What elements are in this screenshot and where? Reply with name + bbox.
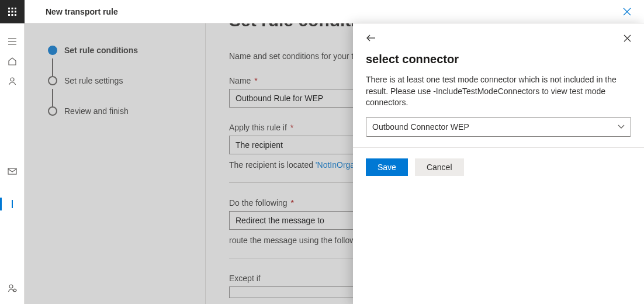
- select-connector-flyout: select connector There is at least one t…: [353, 23, 644, 304]
- svg-rect-14: [12, 200, 13, 208]
- svg-point-16: [13, 289, 16, 291]
- mail-icon: [8, 168, 17, 175]
- home-icon: [8, 57, 17, 66]
- step-settings[interactable]: Set rule settings: [48, 76, 193, 85]
- wizard-steps: Set rule conditions Set rule settings Re…: [25, 23, 206, 304]
- connector-select-value: Outbound Connector WEP: [372, 122, 469, 132]
- connector-select[interactable]: Outbound Connector WEP: [366, 117, 631, 137]
- svg-rect-3: [8, 11, 10, 13]
- svg-rect-8: [15, 14, 16, 16]
- svg-point-12: [11, 78, 14, 81]
- flyout-title: select connector: [366, 53, 631, 66]
- svg-rect-7: [11, 14, 13, 16]
- svg-rect-5: [15, 11, 16, 13]
- nav-mail[interactable]: [0, 161, 25, 181]
- back-arrow-icon: [366, 34, 376, 42]
- cancel-button[interactable]: Cancel: [415, 158, 464, 176]
- chevron-down-icon: [618, 125, 625, 129]
- step-label: Review and finish: [64, 106, 129, 116]
- save-button[interactable]: Save: [366, 158, 408, 176]
- svg-rect-4: [11, 11, 13, 13]
- nav-person[interactable]: [0, 71, 25, 91]
- svg-point-15: [9, 285, 13, 288]
- close-icon: [624, 34, 631, 42]
- menu-icon: [8, 37, 17, 46]
- panel-title: New transport rule: [46, 7, 118, 16]
- step-conditions[interactable]: Set rule conditions: [48, 46, 193, 55]
- svg-rect-0: [8, 8, 10, 9]
- flyout-back-button[interactable]: [363, 32, 379, 44]
- rules-icon: [11, 199, 13, 209]
- step-circle-icon: [48, 106, 57, 116]
- left-rail: [0, 0, 25, 304]
- svg-rect-1: [11, 8, 13, 9]
- step-label: Set rule settings: [64, 76, 123, 85]
- step-review[interactable]: Review and finish: [48, 106, 193, 116]
- nav-menu[interactable]: [0, 32, 25, 51]
- step-label: Set rule conditions: [64, 46, 138, 55]
- step-circle-icon: [48, 76, 57, 85]
- nav-home[interactable]: [0, 51, 25, 71]
- panel-header: New transport rule: [25, 0, 644, 23]
- panel-close-button[interactable]: [621, 5, 633, 18]
- person-icon: [8, 77, 17, 86]
- step-circle-icon: [48, 46, 57, 55]
- nav-admin[interactable]: [0, 278, 25, 298]
- flyout-description: There is at least one test mode connecto…: [366, 74, 631, 109]
- flyout-close-button[interactable]: [621, 32, 633, 44]
- svg-rect-13: [8, 168, 16, 174]
- admin-icon: [8, 284, 17, 293]
- waffle-icon: [8, 7, 17, 16]
- close-icon: [623, 8, 631, 16]
- svg-rect-2: [15, 8, 16, 9]
- nav-rules[interactable]: [0, 194, 25, 214]
- waffle-button[interactable]: [0, 0, 25, 23]
- svg-rect-6: [8, 14, 10, 16]
